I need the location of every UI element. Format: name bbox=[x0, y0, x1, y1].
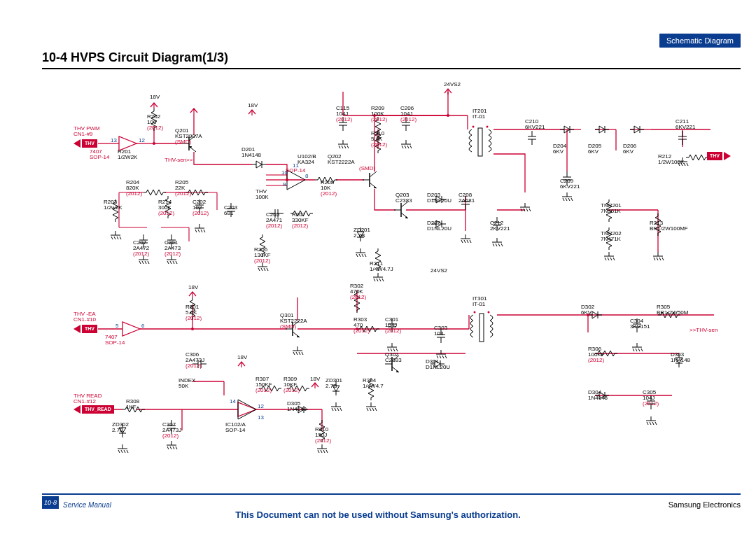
schematic-diagram: THV THV THV THV_READ 24VS2 18V 18V 18V 1… bbox=[77, 87, 735, 458]
r212-symbol bbox=[686, 155, 708, 160]
svg-point-34 bbox=[447, 114, 449, 117]
it301-symbol bbox=[470, 311, 493, 342]
sig-thv-ea: THV -EA CN1-#10 bbox=[74, 311, 96, 323]
ic102a-symbol bbox=[238, 400, 256, 419]
lbl-d305: D305 1N4148 bbox=[287, 401, 307, 413]
pin-13: 13 bbox=[111, 138, 117, 143]
lbl-it301: IT301 IT-01 bbox=[472, 296, 486, 308]
lbl-r302pkg: (2012) bbox=[350, 295, 366, 300]
q202-symbol bbox=[363, 171, 377, 188]
lbl-d204: D204 6KV bbox=[553, 143, 566, 155]
lbl-u102b: U102/B KA324 bbox=[298, 154, 316, 166]
lbl-c205pkg: (2012) bbox=[266, 223, 282, 229]
lbl-q301pkg: (SMD) bbox=[280, 324, 296, 330]
lbl-q302: Q302 C2383 bbox=[385, 352, 402, 364]
svg-point-31 bbox=[153, 142, 155, 145]
lbl-c305pkg: (2012) bbox=[643, 401, 659, 407]
pin-8: 8 bbox=[305, 174, 308, 179]
lbl-r305: R305 BR1/2W50M bbox=[657, 304, 688, 316]
lbl-r212: R212 1/2W100K bbox=[658, 154, 684, 166]
lbl-r211: R211 1/4W4.7J bbox=[370, 261, 393, 273]
it201-symbol bbox=[469, 126, 491, 157]
lbl-c201pkg: (2012) bbox=[164, 251, 181, 257]
lbl-c210: C210 6KV221 bbox=[525, 119, 545, 131]
lbl-it201: IT201 IT-01 bbox=[472, 108, 486, 120]
lbl-c207pkg: (2012) bbox=[133, 251, 149, 257]
lbl-r206pkg: (2012) bbox=[254, 258, 270, 264]
footer-rule bbox=[42, 493, 741, 495]
lbl-r210pkg: (2012) bbox=[371, 142, 387, 148]
sig-index: INDEX 50K bbox=[178, 378, 195, 390]
rail-18v-d: 18V bbox=[237, 355, 247, 360]
lbl-c209: C209 6KV221 bbox=[560, 178, 580, 190]
lbl-r307pkg: (2012) bbox=[255, 388, 272, 393]
lbl-c203: C203 681 bbox=[224, 205, 237, 217]
pin-12: 12 bbox=[139, 138, 145, 143]
lbl-c211: C211 6KV221 bbox=[676, 119, 695, 131]
lbl-r203: R203 1/2w2K bbox=[104, 199, 122, 211]
footer-center-text: This Document can not be used without Sa… bbox=[0, 510, 756, 520]
lbl-r304: R304 1/4W4.7 bbox=[363, 378, 384, 390]
lbl-r209pkg: (2012) bbox=[371, 117, 387, 122]
lbl-d303: D303 1N4148 bbox=[671, 352, 690, 364]
thv-out-pill: THV bbox=[707, 152, 731, 160]
lbl-d304: D304 1N4148 bbox=[588, 390, 608, 402]
thv-ea-pill: THV bbox=[74, 325, 97, 333]
lbl-c208: C208 2A681 bbox=[458, 192, 475, 204]
footer-right-text: Samsung Electronics bbox=[668, 500, 741, 509]
title-rule bbox=[42, 68, 741, 69]
pin-6: 6 bbox=[141, 323, 144, 329]
lbl-c301pkg: (2012) bbox=[385, 328, 401, 334]
lbl-q203: Q203 C2383 bbox=[396, 192, 412, 204]
lbl-r208pkg: (2012) bbox=[321, 191, 337, 197]
lbl-d203: D203 D1NL20U bbox=[427, 192, 451, 204]
lbl-tnr201: TNR201 7N561K bbox=[601, 203, 622, 215]
lbl-d206: D206 6KV bbox=[623, 143, 636, 155]
lbl-r308: R308 1KF bbox=[126, 399, 139, 411]
rail-18v-c: 18V bbox=[188, 285, 198, 290]
page-number-badge: 10-8 bbox=[42, 496, 59, 509]
lbl-zd301: ZD301 2.7B bbox=[326, 378, 342, 390]
lbl-thvtap: THV 100K bbox=[255, 189, 269, 201]
sig-thv-sen-out: >>THV-sen bbox=[690, 328, 718, 333]
lbl-d205: D205 6KV bbox=[588, 143, 601, 155]
lbl-r309pkg: (2012) bbox=[284, 388, 300, 393]
r204-symbol bbox=[144, 190, 166, 195]
pin-12b: 12 bbox=[258, 404, 264, 409]
lbl-q201pkg: (SMD) bbox=[175, 139, 191, 145]
lbl-d301: D301 D1NL20U bbox=[426, 359, 450, 371]
rail-18v-a: 18V bbox=[150, 94, 160, 100]
lbl-r207pkg: (2012) bbox=[292, 223, 308, 229]
header-corner-label: Schematic Diagram bbox=[659, 34, 741, 48]
lbl-u102bpkg: SOP-14 bbox=[286, 168, 305, 174]
lbl-zd302: ZD302 2.7B bbox=[112, 422, 129, 434]
rail-24vs2-mid: 24VS2 bbox=[430, 268, 447, 274]
lbl-c212: C212 2KV221 bbox=[490, 220, 510, 232]
pin-5: 5 bbox=[115, 323, 118, 329]
pin-14: 14 bbox=[230, 399, 236, 405]
lbl-c303: C303 103 bbox=[434, 325, 447, 337]
lbl-r303pkg: (2012) bbox=[354, 328, 370, 334]
sig-thv-sen: THV-sen>> bbox=[164, 157, 192, 163]
lbl-r202pkg: (2012) bbox=[147, 125, 163, 131]
lbl-c202pkg: (2012) bbox=[192, 211, 209, 216]
pin-13b: 13 bbox=[258, 415, 264, 421]
svg-point-35 bbox=[191, 328, 194, 330]
lbl-r201-ic: 7407 SOP-14 bbox=[90, 149, 109, 161]
lbl-d201: D201 1N4148 bbox=[241, 147, 261, 159]
rail-24vs2: 24VS2 bbox=[444, 82, 461, 87]
lbl-q202: Q202 KST2222A bbox=[328, 154, 355, 166]
rail-18v-b: 18V bbox=[248, 103, 258, 108]
lbl-r214pkg: (2012) bbox=[158, 211, 174, 216]
pin-9: 9 bbox=[283, 182, 286, 188]
lbl-r301-ic: 7407 SOP-14 bbox=[105, 335, 125, 346]
lbl-r306pkg: (2012) bbox=[588, 358, 604, 363]
sig-thv-pwm: THV PWM CN1-#9 bbox=[74, 126, 100, 138]
lbl-r213: R213 BR1/2W100MF bbox=[650, 220, 688, 232]
lbl-ic102a: IC102/A SOP-14 bbox=[225, 422, 246, 434]
lbl-c306pkg: (2012) bbox=[186, 363, 202, 369]
lbl-c304: C304 3KV151 bbox=[630, 318, 650, 330]
thv-pwm-pill: THV bbox=[74, 139, 97, 148]
lbl-r205pkg: (2012) bbox=[175, 191, 191, 197]
sig-thv-read: THV READ CN1-#12 bbox=[74, 393, 102, 405]
